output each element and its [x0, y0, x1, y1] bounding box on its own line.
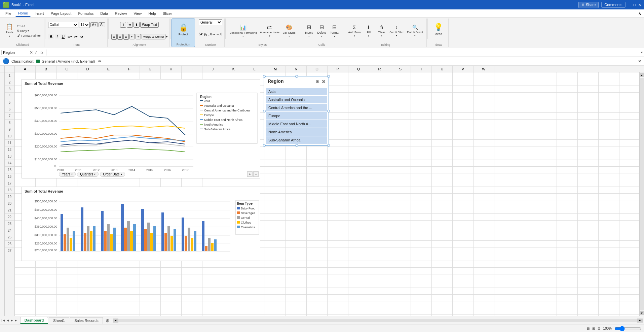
- slicer-handle-bl[interactable]: [263, 144, 266, 147]
- col-header-N[interactable]: N: [286, 66, 307, 72]
- slicer-handle-br[interactable]: [327, 144, 330, 147]
- maximize-button[interactable]: □: [633, 3, 636, 7]
- formula-expand-button[interactable]: ▾: [641, 51, 643, 54]
- slicer-item-central-america[interactable]: Central America and the ...: [266, 104, 327, 111]
- fill-button[interactable]: ⬇ Fill ▾: [363, 23, 375, 39]
- col-header-U[interactable]: U: [432, 66, 453, 72]
- grid-content[interactable]: Sum of Total Revenue $600,000,000.00 $50…: [15, 72, 639, 316]
- col-header-J[interactable]: J: [202, 66, 223, 72]
- find-select-button[interactable]: 🔍 Find & Select ▾: [406, 23, 424, 39]
- share-button[interactable]: ⬆ Share: [578, 2, 599, 8]
- menu-slicer[interactable]: Slicer: [160, 10, 175, 16]
- chart2-container[interactable]: Sum of Total Revenue $500,000,000.00 $45…: [22, 187, 260, 261]
- row-7[interactable]: 7: [5, 113, 14, 120]
- row-8[interactable]: 8: [5, 120, 14, 126]
- close-button[interactable]: ✕: [638, 3, 641, 7]
- col-header-D[interactable]: D: [77, 66, 98, 72]
- insert-cells-button[interactable]: ⊞ Insert ▾: [303, 23, 315, 39]
- row-16[interactable]: 16: [5, 173, 14, 180]
- col-header-O[interactable]: O: [307, 66, 328, 72]
- menu-data[interactable]: Data: [98, 10, 111, 16]
- slicer-handle-tl[interactable]: [263, 75, 266, 78]
- slicer-item-australia[interactable]: Australia and Oceania: [266, 96, 327, 103]
- row-12[interactable]: 12: [5, 146, 14, 153]
- horizontal-scroll-thumb[interactable]: [118, 319, 637, 322]
- fill-color-button[interactable]: A▾: [74, 35, 78, 38]
- enter-formula-button[interactable]: ✓: [34, 50, 38, 55]
- quarters-filter-pill[interactable]: Quarters ▾: [77, 172, 99, 177]
- col-header-M[interactable]: M: [265, 66, 286, 72]
- slicer-item-north-america[interactable]: North America: [266, 128, 327, 136]
- menu-review[interactable]: Review: [112, 10, 129, 16]
- classification-edit-icon[interactable]: ✏: [98, 59, 102, 64]
- menu-view[interactable]: View: [131, 10, 145, 16]
- slicer-handle-bottom[interactable]: [295, 144, 298, 147]
- slicer-handle-left[interactable]: [263, 110, 266, 112]
- sheet-nav-first[interactable]: |◄: [1, 319, 6, 322]
- scroll-up-button[interactable]: ▲: [640, 73, 644, 77]
- font-size-increase-button[interactable]: A+: [90, 22, 98, 27]
- col-header-R[interactable]: R: [369, 66, 390, 72]
- row-4[interactable]: 4: [5, 93, 14, 99]
- slicer-item-asia[interactable]: Asia: [266, 88, 327, 95]
- copy-button[interactable]: ⧉ Copy ▾: [16, 29, 42, 33]
- col-header-C[interactable]: C: [56, 66, 77, 72]
- chart1-zoom-out[interactable]: −: [253, 171, 259, 177]
- italic-button[interactable]: I: [55, 34, 59, 39]
- align-bottom-button[interactable]: ⬇: [134, 22, 140, 28]
- font-family-select[interactable]: Calibri: [48, 22, 78, 28]
- page-layout-view-icon[interactable]: ⊞: [592, 327, 595, 330]
- row-26[interactable]: 26: [5, 241, 14, 247]
- autosum-button[interactable]: Σ AutoSum ▾: [347, 23, 362, 39]
- col-header-W[interactable]: W: [473, 66, 494, 72]
- conditional-formatting-button[interactable]: 📊 Conditional Formatting ▾: [228, 23, 258, 39]
- wrap-text-button[interactable]: Wrap Text: [140, 22, 159, 28]
- fx-label[interactable]: fx: [39, 51, 45, 55]
- align-top-button[interactable]: ⬆: [120, 22, 126, 28]
- row-24[interactable]: 24: [5, 227, 14, 234]
- font-size-decrease-button[interactable]: A-: [99, 22, 105, 27]
- align-right-button[interactable]: ≡: [123, 34, 129, 40]
- row-5[interactable]: 5: [5, 99, 14, 106]
- paste-button[interactable]: 📋 Paste ▾: [3, 21, 15, 41]
- slicer-clear-filter-icon[interactable]: ⊠: [321, 79, 325, 84]
- slicer-item-sub-saharan[interactable]: Sub-Saharan Africa: [266, 136, 327, 144]
- scroll-thumb[interactable]: [640, 78, 644, 310]
- bold-button[interactable]: B: [48, 34, 54, 39]
- cancel-formula-button[interactable]: ✕: [30, 50, 33, 55]
- chart1-zoom-in[interactable]: +: [247, 171, 253, 177]
- page-break-view-icon[interactable]: ⊠: [598, 327, 600, 330]
- row-9[interactable]: 9: [5, 126, 14, 133]
- col-header-E[interactable]: E: [98, 66, 119, 72]
- row-1[interactable]: 1: [5, 72, 14, 79]
- borders-button[interactable]: ⊞▾: [68, 35, 72, 38]
- indent-increase-button[interactable]: ⇥: [136, 34, 141, 39]
- row-6[interactable]: 6: [5, 106, 14, 113]
- vertical-scrollbar[interactable]: ▲ ▼: [639, 72, 644, 316]
- col-header-S[interactable]: S: [390, 66, 411, 72]
- row-13[interactable]: 13: [5, 153, 14, 160]
- row-11[interactable]: 11: [5, 140, 14, 146]
- sheet-nav-prev[interactable]: ◄: [6, 319, 10, 322]
- formula-input[interactable]: [48, 51, 640, 55]
- slicer-item-middle-east[interactable]: Middle East and North A...: [266, 120, 327, 128]
- sheet-tab-dashboard[interactable]: Dashboard: [20, 317, 48, 324]
- format-painter-button[interactable]: 🖌 Format Painter: [16, 34, 42, 38]
- col-header-V[interactable]: V: [453, 66, 473, 72]
- col-header-G[interactable]: G: [140, 66, 161, 72]
- scroll-left-button[interactable]: ◄: [113, 319, 118, 323]
- col-header-B[interactable]: B: [36, 66, 56, 72]
- menu-home[interactable]: Home: [15, 10, 31, 17]
- row-23[interactable]: 23: [5, 221, 14, 227]
- col-header-H[interactable]: H: [161, 66, 182, 72]
- font-size-select[interactable]: 11: [79, 22, 90, 28]
- normal-view-icon[interactable]: ⊟: [587, 327, 590, 330]
- chart1-container[interactable]: Sum of Total Revenue $600,000,000.00 $50…: [22, 79, 260, 178]
- col-header-Q[interactable]: Q: [348, 66, 369, 72]
- clear-button[interactable]: 🗑 Clear ▾: [375, 23, 387, 39]
- col-header-F[interactable]: F: [119, 66, 140, 72]
- slicer-item-europe[interactable]: Europe: [266, 112, 327, 120]
- cut-button[interactable]: ✂ Cut: [16, 24, 42, 28]
- row-18[interactable]: 18: [5, 187, 14, 194]
- currency-button[interactable]: $▾: [199, 32, 203, 36]
